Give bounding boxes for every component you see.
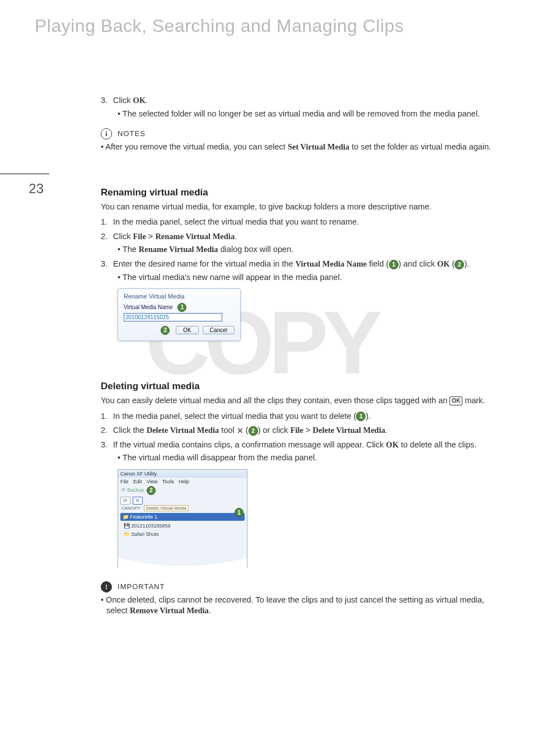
renaming-step-1: 1. In the media panel, select the virtua… — [101, 217, 493, 228]
page-number-tab: 23 — [0, 174, 49, 197]
step-3-click-ok: 3. Click OK. — [101, 95, 493, 106]
notes-bullet: • After you remove the virtual media, yo… — [101, 142, 493, 153]
app-callout-2: 2 — [147, 486, 156, 495]
menu-tools[interactable]: Tools — [162, 479, 174, 484]
notes-block: i NOTES — [101, 128, 493, 139]
deleting-step-3-sub: The virtual media will disappear from th… — [118, 452, 493, 464]
step-text: Click OK. — [113, 96, 148, 105]
menu-edit[interactable]: Edit — [133, 479, 142, 484]
menu-view[interactable]: View — [147, 479, 157, 484]
chapter-title: Playing Back, Searching and Managing Cli… — [35, 16, 404, 36]
info-icon: i — [101, 128, 112, 139]
deleting-step-1: 1. In the media panel, select the virtua… — [101, 411, 493, 422]
app-titlebar: Canon XF Utility — [118, 470, 247, 478]
heading-renaming: Renaming virtual media — [101, 186, 493, 199]
ok-button[interactable]: OK — [176, 326, 198, 334]
backup-label: ⟳ Backup 2 — [118, 486, 247, 496]
important-bullet: • Once deleted, clips cannot be recovere… — [101, 595, 493, 617]
renaming-step-2: 2. Click File > Rename Virtual Media. — [101, 231, 493, 242]
menu-help[interactable]: Help — [179, 479, 189, 484]
deleting-step-2: 2. Click the Delete Virtual Media tool ✕… — [101, 425, 493, 436]
deleting-intro: You can easily delete virtual media and … — [101, 395, 493, 407]
ok-mark-icon: OK — [449, 396, 462, 405]
rename-dialog-figure: Rename Virtual Media Virtual Media Name … — [118, 288, 241, 341]
dialog-callout-2: 2 — [161, 326, 170, 335]
tooltip-row: CANOPY Delete Virtual Media 1 — [118, 506, 247, 512]
menu-file[interactable]: File — [120, 479, 129, 484]
tooltip: Delete Virtual Media — [144, 505, 189, 511]
callout-1b: 1 — [356, 412, 366, 421]
delete-icon: ✕ — [237, 426, 243, 436]
delete-virtual-media-button[interactable]: ✕ — [133, 497, 143, 505]
dialog-title: Rename Virtual Media — [124, 292, 235, 301]
selected-media-row[interactable]: 📁 Featurette 1 — [120, 513, 245, 521]
renaming-step-3-sub: The virtual media's new name will appear… — [118, 272, 493, 283]
renaming-intro: You can rename virtual media, for exampl… — [101, 202, 493, 213]
heading-deleting: Deleting virtual media — [101, 380, 493, 393]
important-icon: ! — [101, 581, 112, 592]
important-label: IMPORTANT — [118, 582, 165, 591]
media-row[interactable]: 📁 Safari Shots — [121, 530, 243, 538]
refresh-button[interactable]: ⟳ — [120, 497, 130, 505]
renaming-step-2-sub: The Rename Virtual Media dialog box will… — [118, 244, 493, 255]
callout-1: 1 — [389, 260, 399, 269]
app-menubar: File Edit View Tools Help — [118, 478, 247, 486]
virtual-media-name-field[interactable] — [124, 313, 222, 321]
dialog-field-label: Virtual Media Name 1 — [124, 303, 235, 312]
renaming-step-3: 3. Enter the desired name for the virtua… — [101, 259, 493, 270]
step-number: 3. — [101, 95, 111, 106]
callout-2: 2 — [455, 260, 464, 269]
callout-2b: 2 — [249, 426, 258, 436]
step-3-sub: The selected folder will no longer be se… — [118, 109, 493, 120]
notes-label: NOTES — [118, 130, 146, 138]
page-number: 23 — [29, 181, 44, 196]
cancel-button[interactable]: Cancel — [203, 326, 235, 334]
important-block: ! IMPORTANT — [101, 581, 493, 592]
deleting-step-3: 3. If the virtual media contains clips, … — [101, 440, 493, 451]
media-row[interactable]: 💾 20121103155859 — [121, 522, 243, 530]
app-toolbar: ⟳ ✕ — [118, 496, 247, 506]
app-window-figure: Canon XF Utility File Edit View Tools He… — [118, 469, 247, 568]
dialog-callout-1: 1 — [177, 303, 186, 312]
rename-dialog: Rename Virtual Media Virtual Media Name … — [118, 288, 241, 341]
